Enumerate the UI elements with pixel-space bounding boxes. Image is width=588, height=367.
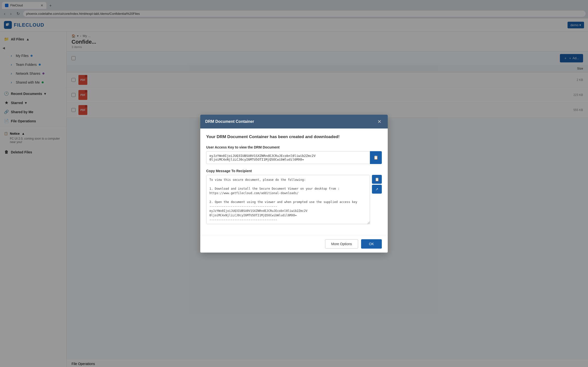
modal-drm: DRM Document Container ✕ Your DRM Docume… xyxy=(200,115,388,253)
modal-footer: More Options OK xyxy=(200,235,388,253)
access-key-label: User Access Key to view the DRM Document xyxy=(206,145,382,149)
modal-overlay[interactable]: DRM Document Container ✕ Your DRM Docume… xyxy=(0,0,588,367)
copy-message-button[interactable]: 📋 xyxy=(372,175,382,184)
modal-body: Your DRM Document Container has been cre… xyxy=(200,128,388,235)
access-key-row: eyJzYWx0IjoiJUQ3IUBSU0V1SXZNRndEJCRuJEco… xyxy=(206,151,382,164)
modal-header: DRM Document Container ✕ xyxy=(200,115,388,128)
more-options-button[interactable]: More Options xyxy=(325,239,358,249)
message-textarea[interactable]: To view this secure document, please do … xyxy=(206,175,370,224)
modal-access-key-section: User Access Key to view the DRM Document… xyxy=(206,145,382,164)
ok-button[interactable]: OK xyxy=(361,239,382,249)
message-label: Copy Message To Recipient xyxy=(206,169,382,173)
modal-message-section: Copy Message To Recipient To view this s… xyxy=(206,169,382,224)
external-link-button[interactable]: ↗ xyxy=(372,185,382,194)
modal-success-message: Your DRM Document Container has been cre… xyxy=(206,134,382,139)
modal-title: DRM Document Container xyxy=(205,119,254,124)
access-key-input[interactable]: eyJzYWx0IjoiJUQ3IUBSU0V1SXZNRndEJCRuJEco… xyxy=(206,151,370,164)
modal-close-button[interactable]: ✕ xyxy=(376,118,383,125)
message-actions: 📋 ↗ xyxy=(372,175,382,194)
copy-access-key-button[interactable]: 📋 xyxy=(370,151,382,164)
message-row: To view this secure document, please do … xyxy=(206,175,382,224)
